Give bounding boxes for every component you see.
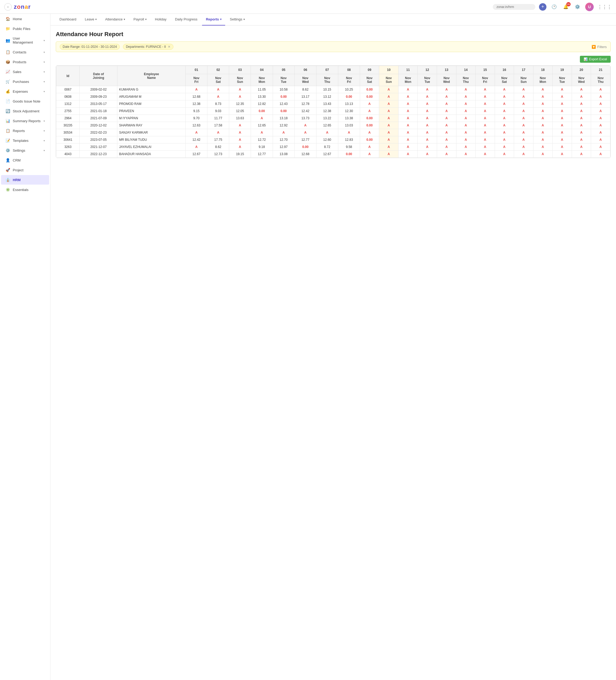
date-filter-tag[interactable]: Date Range: 01-11-2024 - 30-11-2024 — [60, 44, 120, 50]
sidebar-arrow-reports: ▾ — [43, 130, 45, 132]
day-cell: 0.00 — [294, 143, 316, 151]
sidebar-arrow-settings: ▾ — [43, 149, 45, 152]
url-bar[interactable]: zonar.in/hrm — [493, 4, 535, 10]
day-cell: A — [475, 136, 495, 143]
sidebar-item-hrm[interactable]: 👔 HRM — [1, 175, 49, 185]
sub-nav-holiday[interactable]: Holiday — [151, 14, 170, 26]
table-row: 305342022-02-23SANJAY KARMKARAAAAAAAAAAA… — [56, 129, 610, 136]
day-cell: 10.25 — [338, 86, 360, 93]
sidebar-icon-stock-adjustment: 🔄 — [5, 109, 10, 113]
date-header-md-15: NovSat — [495, 74, 514, 86]
sub-nav-reports[interactable]: Reports ▾ — [202, 14, 225, 26]
grid-menu-icon[interactable]: ⋮⋮⋮ — [597, 4, 612, 10]
bell-icon[interactable]: 🔔 99 — [562, 3, 570, 11]
table-row: 06082009-09-23ARUGAMAM M12.68AA13.300.00… — [56, 93, 610, 101]
day-cell: 12.67 — [185, 151, 207, 158]
day-cell: A — [398, 122, 418, 129]
day-cell: A — [418, 122, 437, 129]
day-cell: 0.00 — [251, 108, 273, 115]
add-button[interactable]: + — [539, 3, 547, 11]
day-cell: A — [456, 93, 475, 101]
date-header-day-14: 15 — [475, 66, 495, 74]
sidebar-item-crm[interactable]: 👤 CRM — [1, 155, 49, 165]
table-cell: 2009-09-23 — [80, 93, 117, 101]
day-cell: A — [437, 122, 456, 129]
sidebar-label-hrm: HRM — [13, 178, 21, 182]
sidebar-item-user-management[interactable]: 👥 User Management ▾ — [1, 34, 49, 47]
sidebar-icon-settings: ⚙️ — [5, 148, 10, 152]
sidebar-item-essentials[interactable]: ✳️ Essentials — [1, 185, 49, 194]
day-cell: A — [495, 86, 514, 93]
avatar[interactable]: U — [585, 3, 594, 11]
sidebar-item-project[interactable]: 🚀 Project — [1, 165, 49, 175]
day-cell: A — [229, 136, 251, 143]
filters-button[interactable]: 🔽 Filters — [592, 45, 607, 49]
sidebar-item-stock-adjustment[interactable]: 🔄 Stock Adjustment — [1, 106, 49, 116]
table-cell: SANJAY KARMKAR — [117, 129, 185, 136]
sidebar-label-goods-issue-note: Goods Issue Note — [13, 100, 40, 103]
sidebar-icon-user-management: 👥 — [5, 38, 10, 42]
day-cell: 9.18 — [251, 143, 273, 151]
sidebar-item-reports[interactable]: 📋 Reports ▾ — [1, 126, 49, 136]
date-header-day-4: 05 — [273, 66, 294, 74]
date-header-md-4: NovTue — [273, 74, 294, 86]
date-header-day-11: 12 — [418, 66, 437, 74]
sidebar-item-goods-issue-note[interactable]: 📄 Goods Issue Note — [1, 96, 49, 106]
table-cell: 2021-12-07 — [80, 143, 117, 151]
day-cell: A — [553, 86, 572, 93]
day-cell: A — [437, 93, 456, 101]
date-header-md-16: NovSun — [514, 74, 533, 86]
sub-nav-settings[interactable]: Settings ▾ — [226, 14, 248, 26]
sub-nav-daily-progress[interactable]: Daily Progress — [171, 14, 201, 26]
table-cell: 2022-02-23 — [80, 129, 117, 136]
date-header-day-13: 14 — [456, 66, 475, 74]
table-row: 13122013-05-17PROMOD RAM12.388.7312.3512… — [56, 101, 610, 108]
day-cell: A — [533, 122, 553, 129]
sidebar-item-templates[interactable]: 📝 Templates ▾ — [1, 136, 49, 145]
date-header-md-0: NovFri — [185, 74, 207, 86]
day-cell: A — [379, 101, 399, 108]
date-header-day-7: 08 — [338, 66, 360, 74]
date-header-md-6: NovThu — [316, 74, 338, 86]
settings-icon[interactable]: ⚙️ — [574, 3, 582, 11]
app-layout: 🏠 Home 📁 Public Files 👥 User Management … — [0, 14, 616, 680]
day-cell: 0.00 — [360, 122, 379, 129]
table-row: 32632021-12-07JAYAVEL EZHUMALAIA8.62A9.1… — [56, 143, 610, 151]
export-excel-button[interactable]: 📊 Export Excel — [580, 56, 611, 63]
day-cell: 9.58 — [338, 143, 360, 151]
sub-nav-leave[interactable]: Leave ▾ — [81, 14, 100, 26]
sub-nav-attendance[interactable]: Attendance ▾ — [101, 14, 129, 26]
day-cell: A — [437, 129, 456, 136]
sidebar-arrow-sales: ▾ — [43, 70, 45, 73]
sidebar-item-purchases[interactable]: 🛒 Purchases ▾ — [1, 77, 49, 86]
dept-filter-close[interactable]: ✕ — [168, 45, 171, 49]
day-cell: A — [379, 115, 399, 122]
sidebar-item-public-files[interactable]: 📁 Public Files — [1, 24, 49, 33]
sidebar-item-settings[interactable]: ⚙️ Settings ▾ — [1, 146, 49, 155]
sidebar-item-summary-reports[interactable]: 📊 Summary Reports ▾ — [1, 116, 49, 125]
sidebar-icon-contacts: 📋 — [5, 50, 10, 54]
sidebar-item-products[interactable]: 📦 Products ▾ — [1, 57, 49, 67]
notification-badge: 99 — [566, 2, 570, 6]
sidebar-item-home[interactable]: 🏠 Home — [1, 14, 49, 24]
day-cell: A — [495, 129, 514, 136]
table-row: 40432022-12-23BAHADUR HANSADA12.6712.731… — [56, 151, 610, 158]
back-button[interactable]: ‹ — [4, 3, 12, 11]
sidebar-item-contacts[interactable]: 📋 Contacts ▾ — [1, 47, 49, 57]
date-header-md-11: NovTue — [418, 74, 437, 86]
dept-filter-tag[interactable]: Departments: FURNACE - II ✕ — [123, 44, 173, 50]
day-cell: A — [456, 108, 475, 115]
day-cell: A — [229, 122, 251, 129]
table-cell: 2021-07-09 — [80, 115, 117, 122]
date-header-day-15: 16 — [495, 66, 514, 74]
alarm-icon[interactable]: 🕐 — [550, 3, 558, 11]
sidebar-item-expenses[interactable]: 💰 Expenses ▾ — [1, 87, 49, 96]
day-cell: A — [591, 115, 610, 122]
day-cell: A — [437, 108, 456, 115]
sidebar-icon-home: 🏠 — [5, 17, 10, 21]
sub-nav-dashboard[interactable]: Dashboard — [56, 14, 80, 26]
table-cell: KUMARAN G — [117, 86, 185, 93]
sub-nav-payroll[interactable]: Payroll ▾ — [130, 14, 150, 26]
sidebar-label-reports: Reports — [13, 129, 25, 133]
sidebar-item-sales[interactable]: 📈 Sales ▾ — [1, 67, 49, 77]
